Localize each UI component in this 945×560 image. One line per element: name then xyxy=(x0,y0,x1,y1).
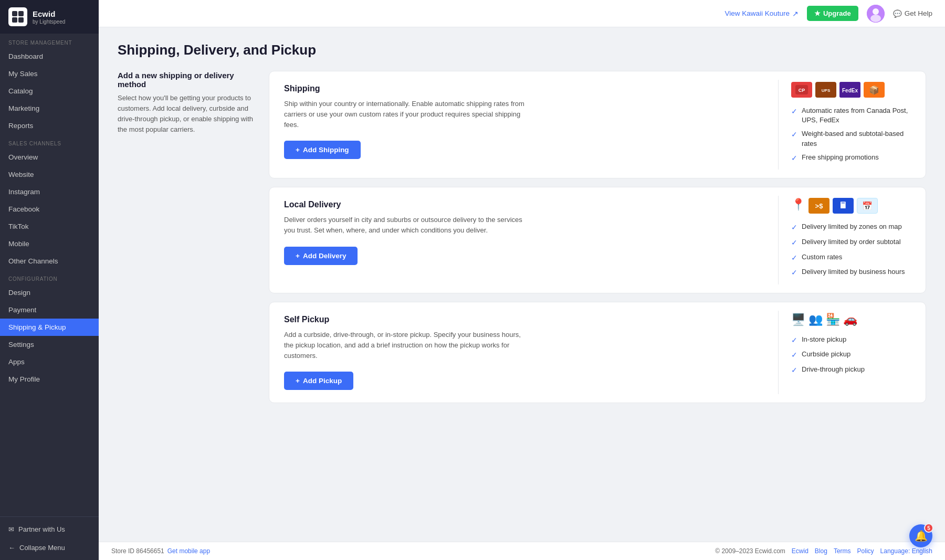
partner-with-us-link[interactable]: ✉ Partner with Us xyxy=(0,520,99,538)
get-mobile-app-link[interactable]: Get mobile app xyxy=(167,547,210,555)
sidebar-item-catalog[interactable]: Catalog xyxy=(0,82,99,100)
pickup-feature-3: ✓Drive-through pickup xyxy=(791,365,913,376)
local-delivery-card-left: Local Delivery Deliver orders yourself i… xyxy=(269,187,778,292)
shipping-feature-2: ✓Weight-based and subtotal-based rates xyxy=(791,129,913,148)
shipping-features: ✓Automatic rates from Canada Post, UPS, … xyxy=(791,106,913,163)
chat-icon: 💬 xyxy=(893,9,902,18)
svg-text:FedEx: FedEx xyxy=(842,88,858,93)
svg-point-5 xyxy=(873,8,879,15)
upgrade-button[interactable]: ★ Upgrade xyxy=(807,6,858,21)
people-icon: 👥 xyxy=(808,313,823,326)
shipping-card-right: CP UPS FedEx 📦 xyxy=(779,71,926,178)
delivery-feature-2: ✓Delivery limited by order subtotal xyxy=(791,237,913,248)
sidebar-item-my-sales[interactable]: My Sales xyxy=(0,65,99,82)
policy-link[interactable]: Policy xyxy=(857,547,874,555)
delivery-feature-1: ✓Delivery limited by zones on map xyxy=(791,222,913,233)
brand-sub: by Lightspeed xyxy=(33,19,65,25)
sidebar-item-mobile[interactable]: Mobile xyxy=(0,235,99,252)
check-icon: ✓ xyxy=(791,130,797,140)
page-footer: Store ID 86456651 Get mobile app © 2009–… xyxy=(99,542,945,560)
sidebar-item-instagram[interactable]: Instagram xyxy=(0,183,99,200)
svg-rect-0 xyxy=(12,11,17,16)
delivery-feature-4: ✓Delivery limited by business hours xyxy=(791,267,913,278)
page-title: Shipping, Delivery, and Pickup xyxy=(118,42,926,58)
ecwid-link[interactable]: Ecwid xyxy=(792,547,808,555)
store-id-value: 86456651 xyxy=(136,547,164,555)
pickup-feature-2: ✓Curbside pickup xyxy=(791,350,913,361)
star-icon: ★ xyxy=(814,9,821,17)
copyright: © 2009–2023 Ecwid.com xyxy=(715,547,785,555)
notification-button[interactable]: 🔔 5 xyxy=(909,524,932,547)
svg-rect-2 xyxy=(12,17,17,23)
box-icon: 📦 xyxy=(864,82,885,98)
sidebar-item-my-profile[interactable]: My Profile xyxy=(0,371,99,388)
sidebar-item-shipping[interactable]: Shipping & Pickup xyxy=(0,319,99,336)
configuration-label: Configuration xyxy=(0,270,99,284)
svg-point-6 xyxy=(870,15,881,22)
language-selector[interactable]: Language: English xyxy=(880,547,932,555)
sidebar-item-apps[interactable]: Apps xyxy=(0,353,99,371)
sidebar-item-dashboard[interactable]: Dashboard xyxy=(0,48,99,65)
sidebar-item-overview[interactable]: Overview xyxy=(0,149,99,166)
get-help-text: Get Help xyxy=(905,9,932,17)
dollar-icon: >$ xyxy=(808,198,830,214)
carrier-icons: CP UPS FedEx 📦 xyxy=(791,82,913,98)
sidebar-item-facebook[interactable]: Facebook xyxy=(0,200,99,218)
self-pickup-card-right: 🖥️ 👥 🏪 🚗 ✓In-store pickup ✓Curbside pick… xyxy=(779,302,926,403)
sidebar: Ecwid by Lightspeed Store management Das… xyxy=(0,0,99,560)
intro-desc: Select how you'll be getting your produc… xyxy=(118,93,254,135)
logo-area[interactable]: Ecwid by Lightspeed xyxy=(0,0,99,34)
notification-badge: 5 xyxy=(924,523,933,533)
check-icon: ✓ xyxy=(791,335,797,346)
cards-area: Shipping Ship within your country or int… xyxy=(269,71,926,403)
get-help-button[interactable]: 💬 Get Help xyxy=(893,9,932,18)
svg-rect-1 xyxy=(18,11,24,16)
sidebar-item-settings[interactable]: Settings xyxy=(0,336,99,353)
add-pickup-button[interactable]: + Add Pickup xyxy=(284,372,353,390)
user-avatar[interactable] xyxy=(867,5,885,23)
plus-icon: + xyxy=(296,146,300,154)
add-shipping-button[interactable]: + Add Shipping xyxy=(284,141,361,159)
shipping-card-left: Shipping Ship within your country or int… xyxy=(269,71,778,178)
intro-heading: Add a new shipping or delivery method xyxy=(118,71,254,89)
store-icon: 🏪 xyxy=(826,313,840,326)
collapse-menu-button[interactable]: ← Collapse Menu xyxy=(0,538,99,557)
store-link-text: View Kawaii Kouture xyxy=(724,9,790,17)
terms-link[interactable]: Terms xyxy=(834,547,851,555)
svg-text:UPS: UPS xyxy=(822,88,831,93)
sidebar-item-tiktok[interactable]: TikTok xyxy=(0,218,99,235)
pickup-features: ✓In-store pickup ✓Curbside pickup ✓Drive… xyxy=(791,335,913,376)
partner-label: Partner with Us xyxy=(18,525,65,533)
computer-icon: 🖥️ xyxy=(791,313,805,326)
sidebar-item-design[interactable]: Design xyxy=(0,284,99,301)
store-id-label: Store ID 86456651 xyxy=(111,547,164,555)
check-icon: ✓ xyxy=(791,268,797,278)
sidebar-item-marketing[interactable]: Marketing xyxy=(0,100,99,117)
blog-link[interactable]: Blog xyxy=(815,547,827,555)
shipping-card-desc: Ship within your country or internationa… xyxy=(284,99,526,130)
collapse-label: Collapse Menu xyxy=(19,544,65,552)
sidebar-item-website[interactable]: Website xyxy=(0,166,99,183)
self-pickup-card: Self Pickup Add a curbside, drive-throug… xyxy=(269,302,926,403)
sidebar-item-reports[interactable]: Reports xyxy=(0,117,99,134)
check-icon: ✓ xyxy=(791,107,797,117)
canada-post-icon: CP xyxy=(791,82,812,98)
view-store-link[interactable]: View Kawaii Kouture ↗ xyxy=(724,9,799,18)
check-icon: ✓ xyxy=(791,223,797,233)
content-layout: Add a new shipping or delivery method Se… xyxy=(118,71,926,403)
check-icon: ✓ xyxy=(791,238,797,248)
sidebar-item-payment[interactable]: Payment xyxy=(0,301,99,319)
add-delivery-button[interactable]: + Add Delivery xyxy=(284,247,358,265)
local-delivery-card-right: 📍 >$ 🖩 📅 ✓Delivery xyxy=(779,187,926,292)
intro-panel: Add a new shipping or delivery method Se… xyxy=(118,71,254,135)
delivery-features: ✓Delivery limited by zones on map ✓Deliv… xyxy=(791,222,913,278)
self-pickup-title: Self Pickup xyxy=(284,315,763,324)
shipping-feature-3: ✓Free shipping promotions xyxy=(791,153,913,164)
self-pickup-desc: Add a curbside, drive-through, or in-sto… xyxy=(284,330,526,361)
sidebar-item-other-channels[interactable]: Other Channels xyxy=(0,252,99,270)
shipping-card: Shipping Ship within your country or int… xyxy=(269,71,926,178)
external-link-icon: ↗ xyxy=(792,9,799,18)
check-icon: ✓ xyxy=(791,350,797,361)
local-delivery-desc: Deliver orders yourself in city and subu… xyxy=(284,215,526,236)
topbar: View Kawaii Kouture ↗ ★ Upgrade 💬 Get He… xyxy=(99,0,945,27)
